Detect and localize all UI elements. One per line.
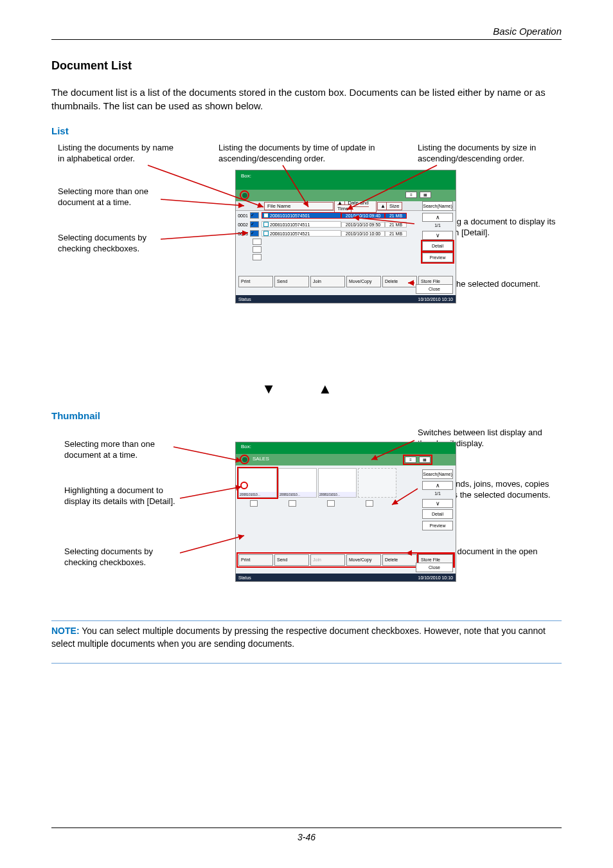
status-timestamp: 10/10/2010 10:10: [418, 575, 454, 580]
page-number: 3-46: [51, 827, 562, 842]
box-label: Box:: [241, 444, 251, 449]
thumb-select-icon[interactable]: [240, 482, 248, 489]
row-filename[interactable]: 2008101010574521: [262, 230, 341, 237]
callout-by-name: Listing the documents by name in alphabe…: [58, 143, 180, 165]
preview-button[interactable]: Preview: [422, 253, 453, 262]
delete-button[interactable]: Delete: [382, 554, 417, 566]
close-button[interactable]: Close: [416, 563, 453, 572]
document-icon: [263, 231, 269, 236]
thumb-label: 2008101010...: [279, 492, 316, 497]
status-bar: Status 10/10/2010 10:10: [236, 295, 456, 303]
side-panel: Search(Name) ∧ 1/1 ∨ Detail Preview: [422, 201, 453, 264]
thumb-checkbox[interactable]: [366, 500, 373, 507]
search-name-button[interactable]: Search(Name): [422, 201, 453, 211]
svg-line-8: [180, 487, 242, 498]
row-filename[interactable]: 2008101010574501: [262, 212, 341, 219]
running-header: Basic Operation: [51, 26, 562, 40]
thumbnail-item[interactable]: 2008101010...: [238, 468, 277, 498]
move-copy-button[interactable]: Move/Copy: [346, 276, 381, 287]
preview-button[interactable]: Preview: [422, 521, 453, 530]
scroll-down-icon[interactable]: ∨: [422, 231, 453, 240]
print-button[interactable]: Print: [238, 554, 273, 566]
thumbnail-item[interactable]: 2008101010...: [318, 468, 357, 498]
note-text: You can select multiple documents by pre…: [51, 626, 546, 649]
thumbnail-view-icon[interactable]: ▦: [419, 457, 431, 463]
join-button[interactable]: Join: [310, 276, 345, 287]
row-checkbox[interactable]: [253, 239, 262, 245]
page-indicator: 1/1: [422, 491, 453, 498]
row-index: 0002: [236, 222, 250, 227]
select-all-icon[interactable]: [240, 455, 249, 464]
status-bar: Status 10/10/2010 10:10: [236, 574, 456, 581]
page-indicator: 1/1: [422, 223, 453, 230]
row-checkbox[interactable]: ✓: [250, 212, 259, 219]
row-size: 21 MB: [385, 213, 407, 219]
callout-multi: Selecting more than one document at a ti…: [58, 186, 167, 208]
status-label: Status: [238, 297, 251, 302]
thumbnail-item-empty: [358, 468, 396, 498]
panel-toolbar: ≡ ▦: [236, 190, 456, 201]
search-name-button[interactable]: Search(Name): [422, 469, 453, 479]
panel-titlebar: Box:: [236, 170, 456, 190]
list-view-icon[interactable]: ≡: [405, 192, 417, 198]
row-size: 21 MB: [385, 231, 407, 237]
document-icon: [263, 222, 269, 227]
thumbnail-panel: Box: SALES ≡ ▦ 2008101010... 2008101010.…: [235, 442, 456, 582]
row-checkbox[interactable]: [253, 246, 262, 253]
row-date: 2010/10/10 09:40: [341, 213, 385, 219]
row-filename[interactable]: 2008101010574511: [262, 221, 341, 228]
box-name-label: SALES: [253, 456, 269, 462]
move-copy-button[interactable]: Move/Copy: [346, 554, 381, 566]
status-label: Status: [238, 575, 251, 580]
send-button[interactable]: Send: [274, 554, 309, 566]
col-size[interactable]: ▲Size: [377, 202, 399, 210]
row-index: 0001: [236, 213, 250, 218]
list-view-icon[interactable]: ≡: [405, 457, 416, 463]
panel-titlebar: Box:: [236, 442, 456, 454]
divider-triangles: ▼ ▲: [51, 381, 562, 397]
intro-paragraph: The document list is a list of the docum…: [51, 86, 562, 113]
svg-line-3: [161, 199, 244, 206]
callout-thumb-checks: Selecting documents by checking checkbox…: [64, 547, 180, 568]
callout-thumb-highlight: Highlighting a document to display its d…: [64, 485, 180, 507]
callout-by-time: Listing the documents by time of update …: [218, 143, 379, 165]
row-checkbox[interactable]: [253, 254, 262, 260]
detail-button[interactable]: Detail: [422, 509, 453, 519]
row-index: 0003: [236, 231, 250, 236]
list-panel: Box: ≡ ▦ File Name ▲ Date and Time ▲Size…: [235, 170, 456, 303]
note-separator: [51, 620, 562, 621]
thumbnail-heading: Thumbnail: [51, 410, 562, 421]
print-button[interactable]: Print: [238, 276, 273, 287]
side-panel: Search(Name) ∧ 1/1 ∨ Detail Preview: [422, 469, 453, 532]
scroll-up-icon[interactable]: ∧: [422, 481, 453, 490]
close-button[interactable]: Close: [416, 284, 453, 294]
svg-line-7: [173, 447, 242, 461]
row-checkbox[interactable]: ✓: [250, 230, 259, 237]
select-all-icon[interactable]: [240, 190, 249, 200]
note-block: NOTE: You can select multiple documents …: [51, 625, 562, 650]
thumbnail-item[interactable]: 2008101010...: [278, 468, 317, 498]
join-button[interactable]: Join: [310, 554, 345, 566]
thumb-checkbox[interactable]: [250, 500, 258, 507]
box-label: Box:: [241, 173, 251, 179]
document-icon: [263, 213, 269, 218]
callout-checks: Selecting documents by checking checkbox…: [58, 233, 167, 255]
row-date: 2010/10/10 09:50: [341, 222, 385, 228]
col-filename[interactable]: File Name: [264, 202, 333, 210]
callout-by-size: Listing the documents by size in ascendi…: [418, 143, 553, 165]
detail-button[interactable]: Detail: [422, 241, 453, 251]
callout-thumb-multi: Selecting more than one document at a ti…: [64, 439, 173, 461]
scroll-down-icon[interactable]: ∨: [422, 499, 453, 508]
thumbnail-diagram: Selecting more than one document at a ti…: [51, 428, 562, 608]
thumb-label: 2008101010...: [319, 492, 356, 497]
delete-button[interactable]: Delete: [382, 276, 417, 287]
scroll-up-icon[interactable]: ∧: [422, 213, 453, 222]
send-button[interactable]: Send: [274, 276, 309, 287]
thumbnail-view-icon[interactable]: ▦: [420, 192, 431, 198]
row-checkbox[interactable]: ✓: [250, 221, 259, 228]
thumb-checkbox[interactable]: [289, 500, 296, 507]
list-diagram: Listing the documents by name in alphabe…: [51, 143, 562, 374]
row-date: 2010/10/10 10:00: [341, 231, 385, 237]
thumb-checkbox[interactable]: [327, 500, 335, 507]
row-size: 21 MB: [385, 222, 407, 228]
